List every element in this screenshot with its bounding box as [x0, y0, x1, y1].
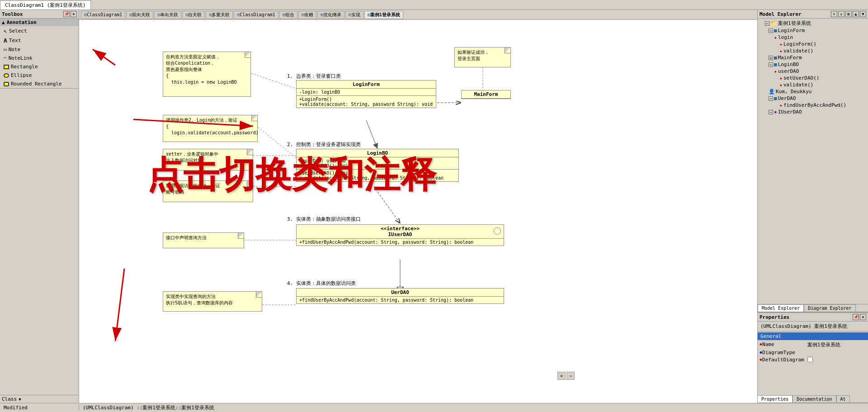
loginbo-validate-icon: ⬥: [779, 82, 783, 88]
class-mainform[interactable]: MainForm: [461, 90, 511, 99]
tab-diagram-explorer[interactable]: Diagram Explorer: [804, 304, 855, 312]
tree-item-uerdao[interactable]: − ■ UerDAO: [759, 95, 867, 102]
loginbo-icon: ■: [774, 62, 777, 67]
text-icon: A: [4, 37, 7, 44]
toolbox-footer-label: Class: [2, 396, 17, 402]
toolbox-footer: Class ▼: [0, 395, 79, 403]
iuserdao-icon: ◈: [774, 109, 777, 115]
tree-toggle-loginform[interactable]: −: [769, 28, 773, 33]
me-filter[interactable]: ⊞: [845, 11, 852, 17]
svg-line-3: [115, 269, 124, 341]
tree-item-login[interactable]: ⬥ login: [759, 34, 867, 41]
diagram-tab-self[interactable]: ⊞ 自关联: [182, 11, 205, 19]
toolbox-pin-button[interactable]: 📌: [63, 11, 70, 17]
class-uerdao[interactable]: UerDAO +findUserByAccAndPwd(account: Str…: [296, 288, 504, 304]
diagram-tab-multi[interactable]: ⊞ 多重关联: [206, 11, 233, 19]
diagram-canvas[interactable]: 点击切换类和注释: [79, 20, 757, 403]
zoom-in-button[interactable]: +: [557, 372, 566, 380]
ellipse-icon: [4, 73, 9, 78]
diagram-tab-depend[interactable]: ⊞ 依赖: [298, 11, 316, 19]
status-modified: Modified: [0, 405, 79, 411]
toolbox-title: Toolbox: [2, 11, 23, 17]
toolbox-item-note[interactable]: ▭ Note: [0, 45, 79, 54]
note-implementation: 实现类中实现查询的方法执行SQL语句，查询数据库的内容: [163, 291, 262, 312]
default-diagram-checkbox[interactable]: [807, 357, 813, 362]
tree-toggle-iuserdao[interactable]: −: [769, 110, 773, 114]
svg-line-1: [93, 49, 115, 65]
tree-item-kum[interactable]: 👤 Kum, Deukkyu: [759, 88, 867, 95]
tab-at[interactable]: At: [836, 395, 850, 403]
diagram-tab-generalize[interactable]: ⊞ 优化继承: [317, 11, 344, 19]
tree-item-finduser[interactable]: ⬥ findUserByAccAndPwd(): [759, 102, 867, 109]
tree-item-loginform-validate[interactable]: ⬥ validate(): [759, 47, 867, 54]
tree-toggle-root[interactable]: −: [765, 21, 769, 26]
tree-item-loginform-ctor[interactable]: ⬥ LoginForm(): [759, 41, 867, 47]
diagram-tab-bidir[interactable]: ⊞ 双向关联: [126, 11, 153, 19]
diagram-tab-compose[interactable]: ⊞ 组合: [279, 11, 297, 19]
canvas-controls: + −: [557, 372, 575, 380]
model-explorer-header: Model Explorer ↑ ↓ ⊞ ▲ ▼: [758, 10, 868, 19]
field-icon: ⬥: [774, 68, 777, 74]
user-icon: 👤: [769, 89, 775, 95]
tree-item-loginform[interactable]: − ■ LoginForm: [759, 27, 867, 34]
prop-pin[interactable]: 📌: [853, 314, 859, 320]
tree-item-loginbo[interactable]: − ■ LoginBO: [759, 61, 867, 68]
toolbox-panel: Toolbox 📌 × ▲ Annotation ↖ Select: [0, 10, 79, 403]
note-constructor: 在构造方法里面定义赋值，组合Conpolication，黑色菱形指向整体{ th…: [163, 52, 251, 97]
zoom-out-button[interactable]: −: [566, 372, 575, 380]
method-icon: ⬥: [774, 34, 777, 40]
class-iuserdao[interactable]: <<interface>>IUserDAO +findUserByAccAndP…: [296, 224, 504, 246]
diagram-tab-bar: ⊞ ClassDiagram1 ⊞ 双向关联 ⊞ 单向关联 ⊞ 自关联 ⊞: [79, 10, 757, 20]
note-interface: 接口中声明查询方法: [163, 232, 244, 248]
toolbox-close-button[interactable]: ×: [71, 11, 77, 17]
diagram-tab-classdiagram1[interactable]: ⊞ ClassDiagram1: [81, 11, 125, 19]
tree-toggle-uerdao[interactable]: −: [769, 96, 773, 101]
tree-item-setuserdao[interactable]: ⬥ setUserDAO(): [759, 75, 867, 81]
toolbox-item-ellipse[interactable]: Ellipse: [0, 71, 79, 80]
toolbox-item-text[interactable]: A Text: [0, 36, 79, 45]
diagram-window-tab[interactable]: ClassDiagram1 (案例1登录系统): [0, 0, 91, 9]
tree-item-userdao-field[interactable]: ⬥ userDAO: [759, 68, 867, 75]
tab-documentation[interactable]: Documentation: [793, 395, 836, 403]
prop-row-diagramtype: ◆ DiagramType: [758, 349, 868, 356]
tree-toggle-loginbo[interactable]: −: [769, 62, 773, 67]
properties-general-section: General: [758, 332, 868, 340]
notelink-icon: ⌒: [4, 55, 7, 61]
status-bar: Modified (UMLClassDiagram) ::案例1登录系统::案例…: [0, 403, 868, 412]
class-title-mainform: MainForm: [462, 90, 510, 99]
rectangle-icon: [4, 65, 9, 69]
diagram-tab-classdiagram1-2[interactable]: ⊞ ClassDiagram1: [234, 11, 278, 19]
diagram-tab-unidir[interactable]: ⊞ 单向关联: [154, 11, 181, 19]
toolbox-section-header[interactable]: ▲ Annotation: [0, 19, 79, 26]
model-explorer-tree[interactable]: − 📁 案例1登录系统 − ■ LoginForm: [758, 19, 868, 304]
tree-item-root[interactable]: − 📁 案例1登录系统: [759, 19, 867, 27]
tree-item-loginbo-validate[interactable]: ⬥ validate(): [759, 81, 867, 88]
tab-properties[interactable]: Properties: [757, 395, 793, 403]
class-icon: ■: [774, 28, 777, 33]
me-sort-desc[interactable]: ↓: [838, 11, 844, 17]
tree-item-mainform[interactable]: + ■ MainForm: [759, 54, 867, 61]
tab-model-explorer[interactable]: Model Explorer: [758, 304, 804, 312]
overlay-text: 点击切换类和注释: [147, 151, 436, 200]
toolbox-item-rounded-rect[interactable]: Rounded Rectangle: [0, 80, 79, 88]
right-panel: Model Explorer ↑ ↓ ⊞ ▲ ▼ −: [757, 10, 868, 403]
toolbox-item-select[interactable]: ↖ Select: [0, 26, 79, 36]
me-up[interactable]: ▲: [853, 11, 859, 17]
diagram-tab-case1[interactable]: ⊞ 案例1登录系统: [364, 11, 403, 19]
tree-item-iuserdao[interactable]: − ◈ IUserDAO: [759, 109, 867, 115]
tree-toggle-mainform[interactable]: +: [769, 56, 773, 60]
diagram-tab-realize[interactable]: ⊞ 实现: [345, 11, 363, 19]
note-validate: 调用操作类2. Login的方法，验证{ login.validate(acco…: [163, 115, 258, 142]
me-sort-asc[interactable]: ↑: [831, 11, 837, 17]
mainform-icon: ■: [774, 55, 777, 61]
folder-icon: 📁: [770, 20, 777, 27]
class-loginform[interactable]: LoginForm -login: loginBO +LoginForm()+v…: [296, 80, 436, 108]
status-path: (UMLClassDiagram) ::案例1登录系统::案例1登录系统: [79, 404, 868, 411]
class-title-loginform: LoginForm: [297, 81, 436, 89]
me-down[interactable]: ▼: [860, 11, 866, 17]
toolbox-item-notelink[interactable]: ⌒ NoteLink: [0, 54, 79, 62]
note-icon: ▭: [4, 47, 7, 52]
toolbox-annotation-section: ▲ Annotation ↖ Select A Text ▭ Note: [0, 19, 79, 89]
toolbox-item-rectangle[interactable]: Rectangle: [0, 62, 79, 71]
prop-close[interactable]: ×: [860, 314, 866, 320]
